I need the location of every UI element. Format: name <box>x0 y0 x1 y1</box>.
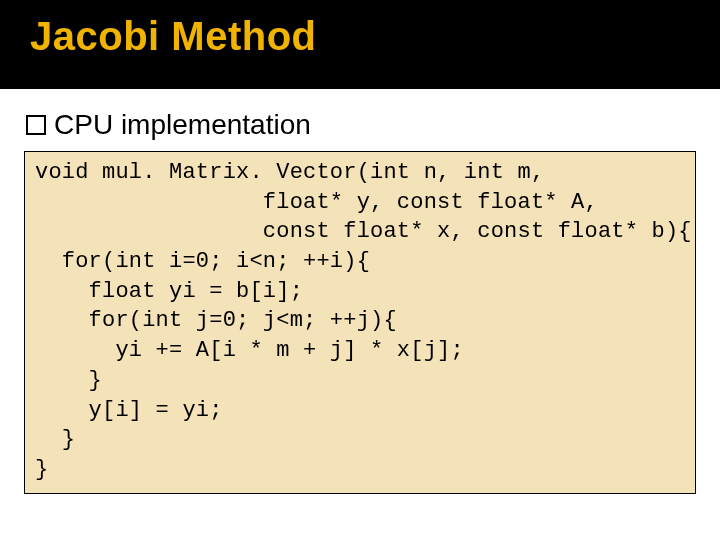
bullet-text: CPU implementation <box>54 109 311 141</box>
bullet-line: CPU implementation <box>22 109 698 141</box>
slide-content: CPU implementation void mul. Matrix. Vec… <box>0 89 720 494</box>
title-band: Jacobi Method <box>0 0 720 89</box>
slide-title: Jacobi Method <box>30 14 720 59</box>
square-bullet-icon <box>26 115 46 135</box>
code-block: void mul. Matrix. Vector(int n, int m, f… <box>24 151 696 494</box>
